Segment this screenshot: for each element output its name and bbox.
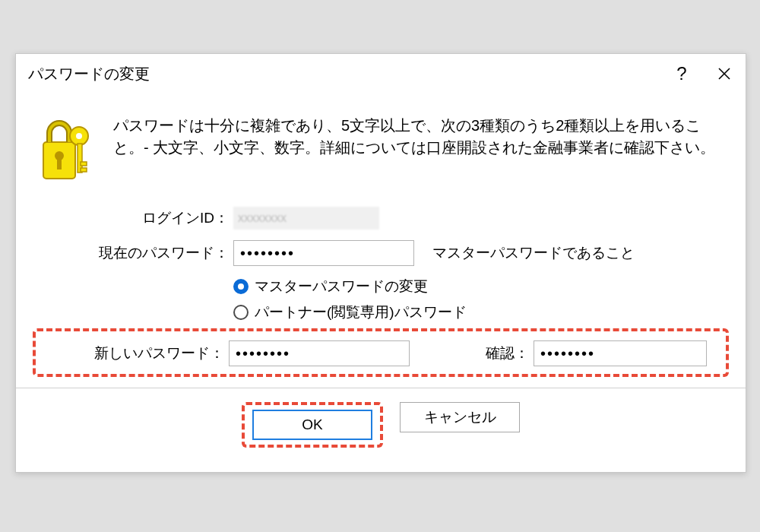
- dialog-title: パスワードの変更: [28, 64, 660, 84]
- ok-button-highlight: OK: [242, 402, 383, 448]
- confirm-password-input[interactable]: [534, 340, 707, 366]
- password-instructions: パスワードは十分に複雑であり、5文字以上で、次の3種類のうち2種類以上を用いるこ…: [113, 112, 724, 159]
- padlock-keys-icon: [37, 112, 98, 192]
- new-password-input[interactable]: [229, 340, 410, 366]
- current-password-input[interactable]: [233, 240, 414, 266]
- divider: [16, 388, 746, 388]
- confirm-password-label: 確認：: [486, 344, 529, 363]
- password-change-dialog: パスワードの変更 ? パスワードは十: [15, 53, 746, 473]
- cancel-button[interactable]: キャンセル: [400, 402, 520, 432]
- svg-rect-4: [57, 157, 62, 169]
- svg-point-6: [76, 133, 82, 139]
- radio-selected-icon: [233, 279, 249, 294]
- current-password-hint: マスターパスワードであること: [432, 243, 635, 263]
- current-password-label: 現在のパスワード：: [37, 243, 233, 263]
- radio-partner-password[interactable]: パートナー(閲覧専用)パスワード: [233, 302, 724, 322]
- radio-partner-label: パートナー(閲覧専用)パスワード: [255, 302, 467, 322]
- radio-unselected-icon: [233, 305, 249, 320]
- titlebar: パスワードの変更 ?: [16, 54, 746, 93]
- radio-master-password[interactable]: マスターパスワードの変更: [233, 277, 724, 296]
- radio-master-label: マスターパスワードの変更: [255, 277, 428, 296]
- new-password-highlight: 新しいパスワード： 確認：: [33, 328, 729, 377]
- button-row: OK キャンセル: [37, 402, 724, 451]
- dialog-content: パスワードは十分に複雑であり、5文字以上で、次の3種類のうち2種類以上を用いるこ…: [16, 93, 746, 472]
- help-button[interactable]: ?: [660, 54, 703, 93]
- login-id-field: [233, 207, 379, 230]
- svg-rect-9: [81, 168, 87, 172]
- ok-button[interactable]: OK: [252, 410, 372, 440]
- new-password-label: 新しいパスワード：: [43, 344, 229, 363]
- svg-rect-8: [81, 162, 87, 166]
- close-button[interactable]: [703, 54, 746, 93]
- login-id-label: ログインID：: [37, 208, 233, 228]
